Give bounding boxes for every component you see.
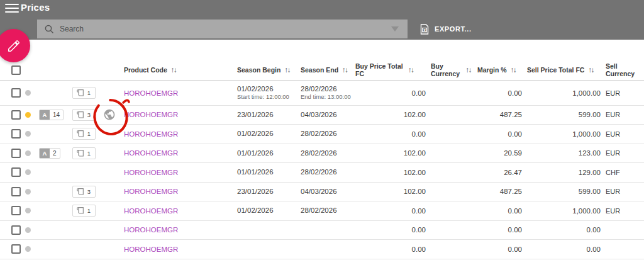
product-code-link[interactable]: HOROHOEMGR: [121, 169, 237, 176]
select-all-checkbox[interactable]: [11, 65, 21, 75]
season-end-cell: 28/02/2026 End time: 13:00:00: [301, 85, 355, 101]
chevron-down-icon[interactable]: [391, 26, 399, 31]
search-icon: [44, 24, 55, 35]
table-body: A 1 HOROHOEMGR 01/02/2026 Start time: 12…: [0, 81, 644, 259]
season-end-cell: 04/03/2026: [301, 188, 355, 196]
row-checkbox[interactable]: [11, 88, 21, 98]
season-end-date: 04/03/2026: [301, 111, 355, 119]
scroll-count-badge[interactable]: 1: [72, 205, 96, 217]
status-dot: [25, 246, 31, 252]
status-dot: [25, 150, 31, 156]
buy-price-cell: 102.00: [355, 111, 429, 118]
a-count-badge[interactable]: A 2: [39, 148, 60, 159]
export-button[interactable]: x EXPORT...: [420, 19, 472, 39]
scroll-count-badge[interactable]: 1: [72, 147, 96, 159]
hamburger-menu-icon[interactable]: [5, 4, 19, 13]
column-header-season-begin[interactable]: Season Begin ↑↓: [237, 67, 301, 74]
margin-cell: 0.00: [471, 246, 525, 253]
scroll-badge-count: 1: [87, 207, 91, 214]
season-begin-cell: 23/01/2026: [237, 188, 301, 196]
a-count-badge[interactable]: A 14: [39, 110, 64, 120]
scroll-icon: [76, 149, 84, 157]
sell-price-cell: 599.00: [525, 188, 604, 195]
season-end-date: 28/02/2026: [301, 149, 355, 157]
column-header-product-code[interactable]: Product Code ↑↓: [121, 67, 237, 74]
buy-price-cell: 102.00: [355, 149, 429, 157]
season-begin-cell: 01/02/2026: [237, 130, 301, 138]
scroll-badge-count: 1: [87, 130, 91, 137]
column-header-sell-price[interactable]: Sell Price Total FC ↑↓: [525, 67, 604, 74]
scroll-icon: [76, 130, 84, 138]
season-begin-date: 01/02/2026: [237, 85, 301, 93]
row-checkbox[interactable]: [11, 129, 21, 138]
scroll-count-badge[interactable]: 3: [72, 109, 96, 121]
pencil-icon: [7, 39, 21, 53]
sell-price-cell: 129.00: [525, 169, 604, 176]
status-dot: [25, 189, 31, 195]
season-end-cell: 28/02/2026: [301, 168, 355, 176]
season-begin-date: 23/01/2026: [237, 188, 301, 196]
page-title: Prices: [21, 2, 50, 13]
globe-icon[interactable]: [103, 108, 116, 121]
season-end-date: 28/02/2026: [301, 85, 355, 93]
table-row: A 1 HOROHOEMGR 01/02/2026 28/02/2026 0.0…: [0, 201, 644, 221]
buy-price-cell: 0.00: [355, 89, 429, 97]
edit-fab-button[interactable]: [0, 29, 30, 62]
product-code-link[interactable]: HOROHOEMGR: [121, 111, 237, 118]
margin-cell: 487.25: [471, 111, 525, 118]
excel-file-icon: x: [420, 24, 429, 35]
row-checkbox[interactable]: [11, 225, 21, 235]
table-row: A HOROHOEMGR 0.00 0.00 0.00: [0, 221, 644, 240]
column-header-sell-currency[interactable]: Sell Currency ↑: [604, 63, 644, 77]
a-badge-icon: A: [40, 148, 50, 159]
row-checkbox[interactable]: [11, 149, 21, 158]
margin-cell: 26.47: [471, 169, 525, 176]
row-checkbox[interactable]: [11, 206, 21, 215]
row-checkbox[interactable]: [11, 187, 21, 196]
row-checkbox[interactable]: [11, 167, 21, 177]
buy-price-cell: 0.00: [355, 226, 429, 234]
season-begin-cell: 01/01/2026: [237, 168, 301, 176]
a-badge-count: 2: [50, 150, 60, 157]
a-badge-count: 14: [50, 111, 63, 118]
column-header-margin[interactable]: Margin % ↑↓: [471, 67, 525, 74]
scroll-icon: [76, 111, 84, 119]
table-row: A 1 HOROHOEMGR 01/02/2026 Start time: 12…: [0, 81, 644, 106]
row-checkbox[interactable]: [11, 110, 21, 120]
status-dot: [25, 112, 31, 118]
svg-text:x: x: [423, 27, 426, 31]
product-code-link[interactable]: HOROHOEMGR: [121, 89, 237, 97]
season-begin-time: Start time: 12:00:00: [237, 93, 301, 101]
column-header-season-end[interactable]: Season End ↑↓: [301, 67, 355, 74]
season-end-date: 28/02/2026: [301, 168, 355, 176]
product-code-link[interactable]: HOROHOEMGR: [121, 226, 237, 234]
sell-price-cell: 1,000.00: [525, 89, 604, 97]
column-header-buy-currency[interactable]: Buy Currency ↑↓: [429, 63, 471, 77]
buy-price-cell: 102.00: [355, 169, 429, 176]
product-code-link[interactable]: HOROHOEMGR: [121, 130, 237, 138]
scroll-count-badge[interactable]: 3: [72, 186, 96, 198]
sell-currency-cell: EUR: [604, 188, 644, 195]
season-end-cell: 28/02/2026: [301, 206, 355, 215]
table-row: A 3 HOROHOEMGR 23/01/2026 04/03/2026 102…: [0, 183, 644, 202]
search-box[interactable]: [37, 20, 408, 38]
column-header-buy-price[interactable]: Buy Price Total FC ↑↓: [355, 63, 429, 77]
product-code-link[interactable]: HOROHOEMGR: [121, 246, 237, 253]
scroll-icon: [76, 188, 84, 196]
season-begin-cell: 01/02/2026 Start time: 12:00:00: [237, 85, 301, 101]
season-end-time: End time: 13:00:00: [301, 93, 355, 101]
search-input[interactable]: [60, 25, 391, 33]
season-end-date: 28/02/2026: [301, 130, 355, 138]
row-checkbox[interactable]: [11, 244, 21, 254]
product-code-link[interactable]: HOROHOEMGR: [121, 207, 237, 215]
scroll-count-badge[interactable]: 1: [72, 128, 96, 140]
table-row: A 2 1 HOROHOEMGR 01/01/2026 28/02/2026 1…: [0, 144, 644, 164]
margin-cell: 0.00: [471, 89, 525, 97]
scroll-count-badge[interactable]: 1: [72, 87, 96, 99]
table-row: A 14 3 HOROHOEMGR 23/01/2026 04/03/2026 …: [0, 106, 644, 125]
product-code-link[interactable]: HOROHOEMGR: [121, 149, 237, 157]
product-code-link[interactable]: HOROHOEMGR: [121, 188, 237, 195]
scroll-badge-count: 3: [87, 188, 91, 195]
export-button-label: EXPORT...: [435, 25, 472, 33]
scroll-badge-count: 1: [87, 150, 91, 157]
